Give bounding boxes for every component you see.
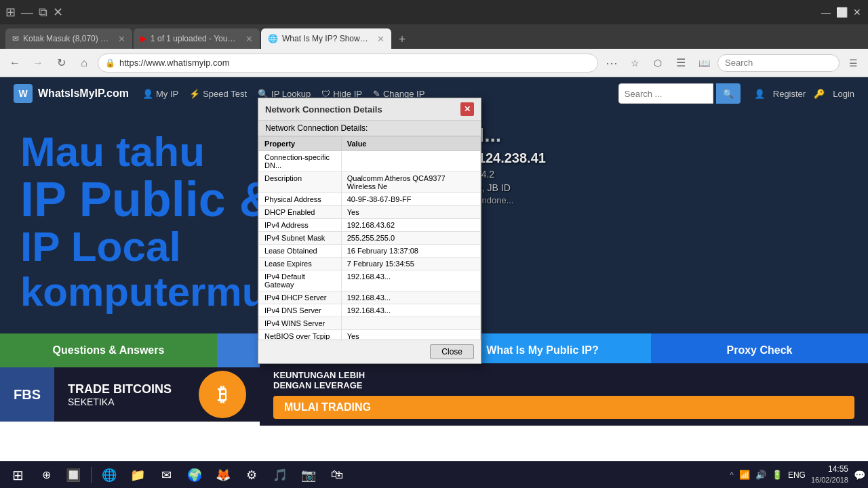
taskbar-right: ^ 📶 🔊 🔋 ENG 14:55 16/02/2018 💬 [730, 464, 865, 485]
ad-cta-btn[interactable]: MULAI TRADING [273, 396, 854, 419]
title-bar: ⊞ — ⧉ ✕ — ⬜ ✕ [0, 0, 868, 24]
site-search-button[interactable]: 🔍 [716, 83, 741, 104]
hero-text-4: komputermu??? [20, 270, 848, 314]
tab-favicon: ✉ [12, 34, 19, 43]
taskbar-cortana[interactable]: 🔲 [60, 463, 87, 487]
hide-ip-label: Hide IP [333, 89, 362, 99]
menu-btn[interactable]: ☰ [844, 54, 863, 73]
taskbar-volume[interactable]: 🔊 [755, 470, 766, 480]
hide-icon: 🛡 [321, 89, 330, 99]
sidebar-btn[interactable]: ☰ [671, 54, 690, 73]
tab-gmail[interactable]: ✉ Kotak Masuk (8,070) - azzaury ✕ [5, 28, 132, 49]
tab-youtube[interactable]: ▶ 1 of 1 uploaded - YouTube ✕ [134, 28, 260, 49]
register-link[interactable]: Register [773, 89, 806, 99]
taskbar-search-btn[interactable]: ⊕ [34, 463, 58, 487]
maximize-btn[interactable]: ⬜ [836, 7, 848, 18]
ip-lookup-label: IP Lookup [271, 89, 311, 99]
reload-btn[interactable]: ↻ [52, 54, 71, 73]
extensions-btn[interactable]: ⬡ [648, 54, 667, 73]
taskbar-explorer[interactable]: 📁 [124, 463, 151, 487]
tab-close-gmail[interactable]: ✕ [118, 34, 125, 44]
close-window-btn[interactable]: ✕ [853, 7, 861, 18]
back-btn[interactable]: ← [5, 54, 24, 73]
taskbar-groove[interactable]: 🎵 [267, 463, 294, 487]
hero-location: Location: Margahayukencana, JB ID [0, 182, 868, 193]
nav-link-ip-lookup[interactable]: 🔍 IP Lookup [258, 89, 311, 99]
taskbar-time-display: 14:55 [811, 464, 848, 475]
change-icon: ✎ [373, 89, 380, 99]
browser-frame: ⊞ — ⧉ ✕ — ⬜ ✕ ✉ Kotak Masuk (8,070) - az… [0, 0, 868, 488]
bookmark-btn[interactable]: ☆ [625, 54, 644, 73]
new-tab-btn[interactable]: + [393, 30, 412, 49]
taskbar-store[interactable]: 🛍 [323, 463, 351, 487]
logo-icon: W [14, 84, 33, 103]
hero-section: Mau tahu IP Public & IP Local komputermu… [0, 110, 868, 333]
ad-text: TRADE BITCOINS SEKETIKA [54, 375, 185, 414]
taskbar-photos[interactable]: 📷 [295, 463, 322, 487]
nav-dots-btn[interactable]: ⋯ [602, 54, 621, 73]
tab-close-youtube[interactable]: ✕ [245, 34, 253, 44]
speed-icon: ⚡ [189, 89, 200, 99]
hero-ipv4-display: Your Public IPv4 is: 114.124.238.41 [0, 150, 868, 166]
address-text: https://www.whatismyip.com [119, 58, 591, 68]
lookup-icon: 🔍 [258, 89, 269, 99]
bottom-buttons: Questions & Answers My IP Information Wh… [0, 333, 868, 367]
my-ip-label: My IP [156, 89, 178, 99]
start-btn[interactable]: ⊞ [3, 463, 33, 487]
tab-label-whatismyip: What Is My IP? Shows your rea... [282, 34, 370, 43]
qa-button[interactable]: Questions & Answers [0, 333, 217, 367]
public-ip-button[interactable]: What Is My Public IP? [434, 333, 651, 367]
site-logo-text: WhatsIsMyIP.com [38, 87, 129, 100]
nav-bar: ← → ↻ ⌂ 🔒 https://www.whatismyip.com ⋯ ☆… [0, 49, 868, 77]
forward-btn[interactable]: → [28, 54, 47, 73]
hero-isp: ISP: PT Telekomunikasi Seluler Indone... [0, 195, 868, 205]
ad-subtitle: SEKETIKA [68, 396, 172, 407]
taskbar-mail[interactable]: ✉ [153, 463, 180, 487]
hero-local-ip: Your Local IP is: 192.168.4.2 [0, 169, 868, 180]
nav-link-speed-test[interactable]: ⚡ Speed Test [189, 89, 247, 99]
tab-close-whatismyip[interactable]: ✕ [377, 34, 384, 44]
bitcoin-icon: ₿ [199, 371, 246, 418]
tab-favicon-youtube: ▶ [140, 34, 146, 43]
user-icon: 👤 [142, 89, 153, 99]
taskbar: ⊞ ⊕ 🔲 🌐 📁 ✉ 🌍 🦊 ⚙ 🎵 📷 🛍 ^ 📶 🔊 🔋 ENG 14:5… [0, 461, 868, 488]
minimize-btn[interactable]: — [821, 7, 831, 18]
hero-text-3: IP Local [20, 224, 848, 270]
home-btn[interactable]: ⌂ [75, 54, 94, 73]
fbs-logo: FBS [0, 367, 54, 422]
login-link[interactable]: Login [833, 89, 854, 99]
taskbar-notification[interactable]: 💬 [854, 470, 865, 481]
address-bar[interactable]: 🔒 https://www.whatismyip.com [98, 54, 598, 73]
taskbar-date-display: 16/02/2018 [811, 475, 848, 485]
taskbar-battery[interactable]: 🔋 [772, 470, 783, 480]
myip-button[interactable]: My IP Information [217, 333, 434, 367]
proxy-button[interactable]: Proxy Check [651, 333, 868, 367]
site-search-input[interactable] [618, 83, 713, 104]
taskbar-wifi[interactable]: 📶 [739, 470, 750, 480]
taskbar-lang[interactable]: ENG [788, 470, 806, 480]
taskbar-chevron[interactable]: ^ [730, 470, 734, 480]
tab-bar: ✉ Kotak Masuk (8,070) - azzaury ✕ ▶ 1 of… [0, 24, 868, 49]
website-content: W WhatsIsMyIP.com 👤 My IP ⚡ Speed Test 🔍… [0, 77, 868, 461]
reading-view-btn[interactable]: 📖 [694, 54, 713, 73]
nav-link-hide-ip[interactable]: 🛡 Hide IP [321, 89, 362, 99]
site-search-bar: 🔍 [618, 83, 741, 104]
browser-search-input[interactable] [717, 54, 840, 72]
tab-whatismyip[interactable]: 🌐 What Is My IP? Shows your rea... ✕ [261, 28, 391, 49]
ad-banner[interactable]: FBS TRADE BITCOINS SEKETIKA ₿ KEUNTUNGAN… [0, 367, 868, 422]
taskbar-settings[interactable]: ⚙ [238, 463, 265, 487]
ad-right-title: KEUNTUNGAN LEBIH DENGAN LEVERAGE [273, 370, 854, 390]
nav-link-my-ip[interactable]: 👤 My IP [142, 89, 178, 99]
site-nav: W WhatsIsMyIP.com 👤 My IP ⚡ Speed Test 🔍… [0, 77, 868, 110]
tab-favicon-whatismyip: 🌐 [268, 34, 278, 43]
hero-site-title: What Is My I... [0, 123, 868, 146]
nav-link-change-ip[interactable]: ✎ Change IP [373, 89, 425, 99]
taskbar-ie[interactable]: 🌍 [181, 463, 208, 487]
ad-title: TRADE BITCOINS [68, 382, 172, 396]
taskbar-clock: 14:55 16/02/2018 [811, 464, 848, 485]
taskbar-firefox[interactable]: 🦊 [210, 463, 237, 487]
change-ip-label: Change IP [383, 89, 425, 99]
taskbar-edge[interactable]: 🌐 [96, 463, 123, 487]
taskbar-divider [91, 467, 92, 483]
register-icon: 👤 [754, 89, 765, 99]
